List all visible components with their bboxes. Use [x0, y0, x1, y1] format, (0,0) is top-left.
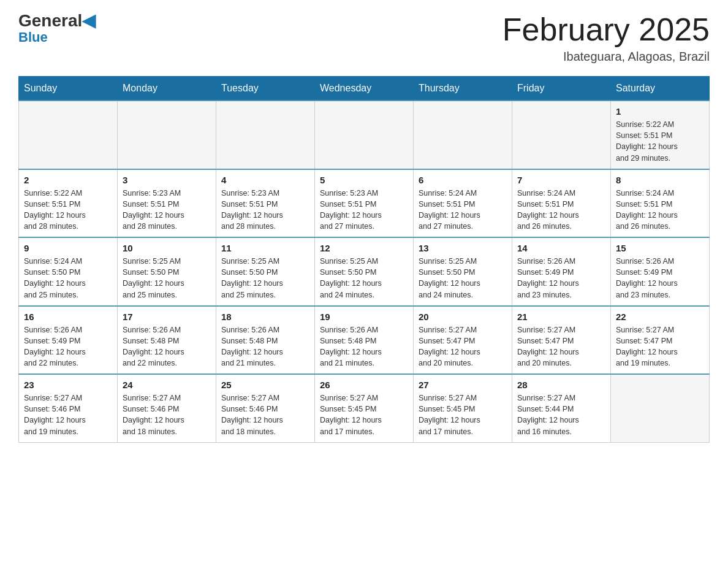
day-number: 28 [517, 380, 605, 390]
day-number: 26 [320, 380, 408, 390]
logo-general-text: General◀ [18, 12, 96, 29]
day-number: 10 [123, 243, 211, 253]
calendar-day: 16Sunrise: 5:26 AMSunset: 5:49 PMDayligh… [19, 306, 118, 375]
calendar-day [512, 101, 611, 169]
day-info-text: Sunrise: 5:25 AMSunset: 5:50 PMDaylight:… [320, 256, 408, 301]
calendar-day: 14Sunrise: 5:26 AMSunset: 5:49 PMDayligh… [512, 237, 611, 306]
day-number: 17 [123, 312, 211, 322]
day-number: 14 [517, 243, 605, 253]
day-info-text: Sunrise: 5:22 AMSunset: 5:51 PMDaylight:… [24, 188, 112, 232]
weekday-header-thursday: Thursday [414, 77, 512, 101]
logo: General◀ Blue [18, 12, 96, 44]
calendar-day: 2Sunrise: 5:22 AMSunset: 5:51 PMDaylight… [19, 169, 118, 238]
day-number: 15 [616, 243, 704, 253]
day-info-text: Sunrise: 5:24 AMSunset: 5:51 PMDaylight:… [616, 188, 704, 232]
day-number: 4 [221, 175, 309, 185]
calendar-day: 28Sunrise: 5:27 AMSunset: 5:44 PMDayligh… [512, 374, 611, 442]
day-number: 25 [221, 380, 309, 390]
calendar-day: 7Sunrise: 5:24 AMSunset: 5:51 PMDaylight… [512, 169, 611, 238]
calendar-day: 27Sunrise: 5:27 AMSunset: 5:45 PMDayligh… [414, 374, 512, 442]
day-number: 9 [24, 243, 112, 253]
calendar-week-1: 1Sunrise: 5:22 AMSunset: 5:51 PMDaylight… [19, 101, 710, 169]
calendar-day: 23Sunrise: 5:27 AMSunset: 5:46 PMDayligh… [19, 374, 118, 442]
day-number: 5 [320, 175, 408, 185]
calendar-day: 17Sunrise: 5:26 AMSunset: 5:48 PMDayligh… [118, 306, 216, 375]
day-info-text: Sunrise: 5:27 AMSunset: 5:47 PMDaylight:… [616, 324, 704, 369]
day-info-text: Sunrise: 5:25 AMSunset: 5:50 PMDaylight:… [221, 256, 309, 301]
day-info-text: Sunrise: 5:27 AMSunset: 5:46 PMDaylight:… [24, 393, 112, 437]
day-number: 11 [221, 243, 309, 253]
day-number: 7 [517, 175, 605, 185]
calendar-day: 22Sunrise: 5:27 AMSunset: 5:47 PMDayligh… [611, 306, 710, 375]
day-info-text: Sunrise: 5:27 AMSunset: 5:45 PMDaylight:… [320, 393, 408, 437]
calendar-day: 26Sunrise: 5:27 AMSunset: 5:45 PMDayligh… [315, 374, 414, 442]
day-number: 19 [320, 312, 408, 322]
calendar-day: 13Sunrise: 5:25 AMSunset: 5:50 PMDayligh… [414, 237, 512, 306]
day-number: 12 [320, 243, 408, 253]
day-number: 21 [517, 312, 605, 322]
calendar-week-5: 23Sunrise: 5:27 AMSunset: 5:46 PMDayligh… [19, 374, 710, 442]
page-header: General◀ Blue February 2025 Ibateguara, … [18, 12, 710, 64]
calendar-table: SundayMondayTuesdayWednesdayThursdayFrid… [18, 76, 710, 443]
calendar-day: 15Sunrise: 5:26 AMSunset: 5:49 PMDayligh… [611, 237, 710, 306]
weekday-header-friday: Friday [512, 77, 611, 101]
day-number: 13 [419, 243, 507, 253]
calendar-week-3: 9Sunrise: 5:24 AMSunset: 5:50 PMDaylight… [19, 237, 710, 306]
day-number: 20 [419, 312, 507, 322]
logo-arrow-icon: ◀ [82, 11, 96, 30]
day-info-text: Sunrise: 5:27 AMSunset: 5:44 PMDaylight:… [517, 393, 605, 437]
weekday-header-saturday: Saturday [611, 77, 710, 101]
weekday-header-sunday: Sunday [19, 77, 118, 101]
day-info-text: Sunrise: 5:27 AMSunset: 5:46 PMDaylight:… [123, 393, 211, 437]
calendar-day [19, 101, 118, 169]
calendar-day: 24Sunrise: 5:27 AMSunset: 5:46 PMDayligh… [118, 374, 216, 442]
calendar-week-4: 16Sunrise: 5:26 AMSunset: 5:49 PMDayligh… [19, 306, 710, 375]
day-info-text: Sunrise: 5:26 AMSunset: 5:48 PMDaylight:… [221, 324, 309, 369]
day-number: 16 [24, 312, 112, 322]
day-info-text: Sunrise: 5:27 AMSunset: 5:45 PMDaylight:… [419, 393, 507, 437]
title-area: February 2025 Ibateguara, Alagoas, Brazi… [502, 12, 710, 64]
day-number: 1 [616, 106, 704, 117]
calendar-day [118, 101, 216, 169]
weekday-header-wednesday: Wednesday [315, 77, 414, 101]
calendar-day: 21Sunrise: 5:27 AMSunset: 5:47 PMDayligh… [512, 306, 611, 375]
day-info-text: Sunrise: 5:26 AMSunset: 5:48 PMDaylight:… [123, 324, 211, 369]
day-number: 3 [123, 175, 211, 185]
day-info-text: Sunrise: 5:26 AMSunset: 5:49 PMDaylight:… [517, 256, 605, 301]
day-info-text: Sunrise: 5:23 AMSunset: 5:51 PMDaylight:… [221, 188, 309, 232]
day-number: 2 [24, 175, 112, 185]
calendar-day: 9Sunrise: 5:24 AMSunset: 5:50 PMDaylight… [19, 237, 118, 306]
day-number: 18 [221, 312, 309, 322]
day-info-text: Sunrise: 5:27 AMSunset: 5:47 PMDaylight:… [419, 324, 507, 369]
month-title: February 2025 [502, 12, 710, 47]
day-number: 22 [616, 312, 704, 322]
calendar-day: 6Sunrise: 5:24 AMSunset: 5:51 PMDaylight… [414, 169, 512, 238]
calendar-week-2: 2Sunrise: 5:22 AMSunset: 5:51 PMDaylight… [19, 169, 710, 238]
calendar-day [315, 101, 414, 169]
day-number: 6 [419, 175, 507, 185]
weekday-header-tuesday: Tuesday [216, 77, 315, 101]
calendar-day: 18Sunrise: 5:26 AMSunset: 5:48 PMDayligh… [216, 306, 315, 375]
day-info-text: Sunrise: 5:25 AMSunset: 5:50 PMDaylight:… [419, 256, 507, 301]
calendar-day: 5Sunrise: 5:23 AMSunset: 5:51 PMDaylight… [315, 169, 414, 238]
calendar-day: 4Sunrise: 5:23 AMSunset: 5:51 PMDaylight… [216, 169, 315, 238]
calendar-day [414, 101, 512, 169]
logo-blue-text: Blue [18, 31, 48, 44]
day-info-text: Sunrise: 5:24 AMSunset: 5:51 PMDaylight:… [419, 188, 507, 232]
day-number: 27 [419, 380, 507, 390]
day-number: 24 [123, 380, 211, 390]
day-info-text: Sunrise: 5:26 AMSunset: 5:48 PMDaylight:… [320, 324, 408, 369]
day-info-text: Sunrise: 5:26 AMSunset: 5:49 PMDaylight:… [616, 256, 704, 301]
calendar-day [611, 374, 710, 442]
calendar-day: 10Sunrise: 5:25 AMSunset: 5:50 PMDayligh… [118, 237, 216, 306]
day-info-text: Sunrise: 5:24 AMSunset: 5:51 PMDaylight:… [517, 188, 605, 232]
day-info-text: Sunrise: 5:26 AMSunset: 5:49 PMDaylight:… [24, 324, 112, 369]
calendar-day: 11Sunrise: 5:25 AMSunset: 5:50 PMDayligh… [216, 237, 315, 306]
calendar-day: 19Sunrise: 5:26 AMSunset: 5:48 PMDayligh… [315, 306, 414, 375]
day-info-text: Sunrise: 5:24 AMSunset: 5:50 PMDaylight:… [24, 256, 112, 301]
weekday-header-monday: Monday [118, 77, 216, 101]
calendar-day: 3Sunrise: 5:23 AMSunset: 5:51 PMDaylight… [118, 169, 216, 238]
calendar-day: 25Sunrise: 5:27 AMSunset: 5:46 PMDayligh… [216, 374, 315, 442]
day-info-text: Sunrise: 5:23 AMSunset: 5:51 PMDaylight:… [320, 188, 408, 232]
location-subtitle: Ibateguara, Alagoas, Brazil [502, 50, 710, 64]
